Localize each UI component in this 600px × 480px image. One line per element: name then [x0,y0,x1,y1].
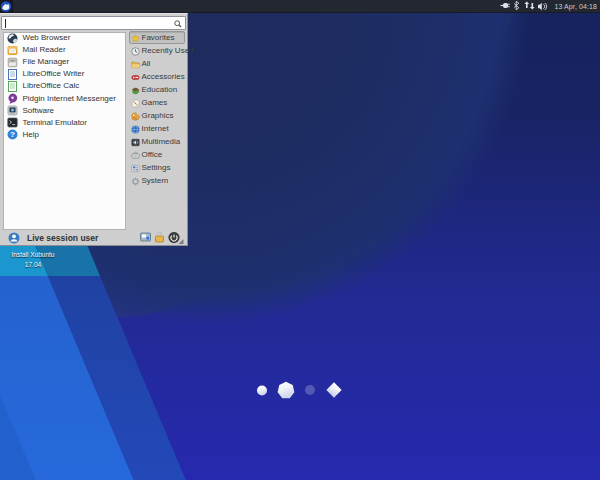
svg-text:?: ? [10,130,15,139]
